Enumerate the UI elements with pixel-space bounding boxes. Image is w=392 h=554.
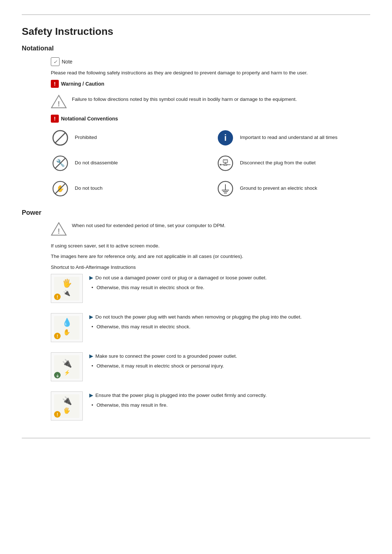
svg-text:!: ! <box>58 99 60 107</box>
power-shortcut-text: Shortcut to Anti-Afterimage Instructions <box>51 264 136 270</box>
power-item-3: 🔌 ⚡ ⏚ ▶ Make sure to connect the power c… <box>51 352 370 384</box>
disassemble-icon: 🔧 <box>51 154 70 173</box>
power-section-title: Power <box>22 209 370 217</box>
notational-content: ✓ Note Please read the following safety … <box>22 57 370 198</box>
svg-text:🖐: 🖐 <box>63 407 70 414</box>
ground-icon <box>216 179 235 198</box>
svg-text:!: ! <box>57 295 58 300</box>
power-item-1-arrow-icon: ▶ <box>89 275 93 280</box>
important-icon: i <box>216 128 235 147</box>
power-item-3-headline: Make sure to connect the power cord to a… <box>95 353 237 359</box>
svg-text:🔌: 🔌 <box>63 290 70 296</box>
power-item-2-arrow-icon: ▶ <box>89 314 93 320</box>
power-item-4-image: 🔌 🖐 ! <box>51 391 83 420</box>
convention-touch: ✋ Do not touch <box>51 179 205 198</box>
convention-disassemble: 🔧 Do not disassemble <box>51 154 205 173</box>
svg-text:💧: 💧 <box>62 317 72 327</box>
convention-disconnect: Disconnect the plug from the outlet <box>216 154 370 173</box>
power-intro-line-3: The images here are for reference only, … <box>51 253 370 260</box>
svg-text:🔌: 🔌 <box>62 396 72 406</box>
page-title: Safety Instructions <box>22 26 370 37</box>
ground-label: Ground to prevent an electric shock <box>240 185 317 192</box>
warning-icon-row: ! Warning / Caution <box>51 80 104 88</box>
touch-label: Do not touch <box>75 185 103 192</box>
power-warning-block: ! When not used for extended period of t… <box>51 222 370 236</box>
warning-exclaim-icon: ! <box>51 80 59 88</box>
svg-text:!: ! <box>57 334 58 339</box>
svg-text:✋: ✋ <box>63 329 70 336</box>
svg-text:!: ! <box>57 412 58 417</box>
top-divider <box>22 15 370 15</box>
svg-rect-10 <box>223 160 228 163</box>
note-icon-row: ✓ Note <box>51 57 73 66</box>
bottom-divider <box>22 438 370 438</box>
power-item-4-headline: Ensure that the power plug is plugged in… <box>95 393 267 398</box>
note-description: Please read the following safety instruc… <box>51 69 370 77</box>
notational-section-title: Notational <box>22 45 370 52</box>
power-item-3-arrow-icon: ▶ <box>89 353 93 359</box>
warning-block: ! Failure to follow directions noted by … <box>51 94 370 109</box>
power-shortcut-link[interactable]: Shortcut to Anti-Afterimage Instructions <box>51 263 370 271</box>
power-item-1-image: 🖐 🔌 ! <box>51 274 83 303</box>
power-item-2-text: ▶ Do not touch the power plug with wet h… <box>89 313 370 331</box>
prohibited-icon <box>51 128 70 147</box>
power-item-4-arrow-icon: ▶ <box>89 393 93 398</box>
power-item-2-image: 💧 ✋ ! <box>51 313 83 342</box>
power-item-1-bullet: Otherwise, this may result in electric s… <box>89 284 370 291</box>
convention-prohibited: Prohibited <box>51 128 205 147</box>
note-icon: ✓ <box>51 57 60 66</box>
svg-text:i: i <box>224 133 227 143</box>
notational-conventions-row: ! Notational Conventions <box>51 115 370 123</box>
conventions-grid: Prohibited i Important to read and under… <box>51 128 370 198</box>
power-item-2: 💧 ✋ ! ▶ Do not touch the power plug with… <box>51 313 370 345</box>
conventions-exclaim-icon: ! <box>51 115 59 123</box>
power-item-3-bullet: Otherwise, it may result in electric sho… <box>89 362 370 370</box>
svg-text:🔌: 🔌 <box>62 358 72 368</box>
svg-text:⚡: ⚡ <box>64 370 70 376</box>
power-item-4-text: ▶ Ensure that the power plug is plugged … <box>89 391 370 409</box>
important-label: Important to read and understand at all … <box>240 134 338 141</box>
disassemble-label: Do not disassemble <box>75 160 118 167</box>
power-item-4-bullet: Otherwise, this may result in fire. <box>89 402 370 409</box>
svg-line-3 <box>55 133 65 143</box>
svg-text:!: ! <box>58 227 60 235</box>
power-item-1-headline: Do not use a damaged power cord or plug … <box>95 275 267 280</box>
disconnect-label: Disconnect the plug from the outlet <box>240 160 316 167</box>
convention-important: i Important to read and understand at al… <box>216 128 370 147</box>
power-intro-line-2: If using screen saver, set it to active … <box>51 242 370 250</box>
svg-marker-15 <box>220 164 221 166</box>
disconnect-icon <box>216 154 235 173</box>
power-item-3-text: ▶ Make sure to connect the power cord to… <box>89 352 370 370</box>
svg-text:⏚: ⏚ <box>56 373 59 378</box>
power-warning-triangle-icon: ! <box>51 222 67 236</box>
touch-icon: ✋ <box>51 179 70 198</box>
power-intro-texts: When not used for extended period of tim… <box>72 222 225 233</box>
power-intro-line-1: When not used for extended period of tim… <box>72 222 225 230</box>
svg-text:🖐: 🖐 <box>62 278 72 288</box>
notational-conventions-label: Notational Conventions <box>61 116 118 122</box>
warning-description: Failure to follow directions noted by th… <box>72 94 297 103</box>
power-content: ! When not used for extended period of t… <box>22 222 370 424</box>
power-item-3-image: 🔌 ⚡ ⏚ <box>51 352 83 381</box>
convention-ground: Ground to prevent an electric shock <box>216 179 370 198</box>
power-item-1: 🖐 🔌 ! ▶ Do not use a damaged power cord … <box>51 274 370 306</box>
power-item-4: 🔌 🖐 ! ▶ Ensure that the power plug is pl… <box>51 391 370 423</box>
warning-triangle-icon: ! <box>51 94 67 109</box>
power-item-2-headline: Do not touch the power plug with wet han… <box>95 314 302 320</box>
power-item-2-bullet: Otherwise, this may result in electric s… <box>89 323 370 331</box>
power-item-1-text: ▶ Do not use a damaged power cord or plu… <box>89 274 370 291</box>
note-label: Note <box>62 59 73 65</box>
prohibited-label: Prohibited <box>75 134 97 141</box>
warning-label: Warning / Caution <box>61 81 104 87</box>
